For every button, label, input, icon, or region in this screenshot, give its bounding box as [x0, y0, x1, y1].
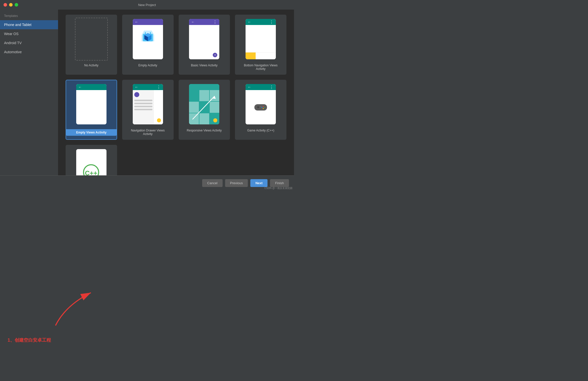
bottom-nav-preview: ← ⋮	[244, 18, 277, 61]
template-game-activity[interactable]: ← ⋮	[235, 80, 286, 140]
nav-drawer-body	[133, 90, 163, 124]
basic-views-body: +	[189, 25, 219, 59]
basic-views-preview: ← ⋮ +	[188, 18, 221, 61]
footer: Cancel Previous Next Finish	[0, 175, 294, 190]
svg-text:C++: C++	[85, 169, 97, 176]
svg-rect-2	[145, 32, 146, 35]
back-arrow-icon: ←	[135, 20, 138, 24]
empty-views-label: Empty Views Activity	[66, 129, 117, 136]
bottom-nav-item-2	[256, 52, 266, 59]
android-logo	[140, 30, 155, 45]
nav-drawer-label: Navigation Drawer Views Activity	[125, 128, 171, 137]
no-activity-preview	[75, 18, 108, 61]
native-body: C++	[76, 155, 106, 175]
svg-rect-12	[254, 104, 267, 111]
basic-views-topbar: ← ⋮	[189, 19, 219, 25]
gamepad-icon	[253, 102, 268, 112]
empty-activity-topbar: ←	[133, 19, 163, 25]
nav-drawer-fab	[157, 118, 161, 122]
back-arrow-icon: ←	[191, 20, 195, 24]
template-basic-views[interactable]: ← ⋮ + Basic Views Activity	[179, 15, 230, 75]
maximize-button[interactable]	[15, 3, 18, 7]
bottom-nav-label: Bottom Navigation Views Activity	[238, 63, 283, 72]
back-arrow-icon: ←	[248, 85, 251, 89]
drawer-item-2	[134, 103, 152, 104]
svg-rect-3	[150, 32, 151, 35]
more-options-icon: ⋮	[270, 20, 274, 24]
svg-point-16	[264, 107, 265, 108]
sidebar-item-wear-os[interactable]: Wear OS	[0, 29, 58, 38]
bottom-nav-body	[246, 25, 276, 52]
close-button[interactable]	[4, 3, 7, 7]
watermark: CSDN @一抱女友就犯困	[264, 186, 292, 190]
empty-views-body	[76, 90, 106, 124]
drawer-avatar	[134, 92, 139, 97]
sidebar-item-automotive[interactable]: Automotive	[0, 47, 58, 57]
drawer-item-4	[134, 109, 152, 110]
template-no-activity[interactable]: No Activity	[66, 15, 117, 75]
minimize-button[interactable]	[9, 3, 13, 7]
empty-views-preview: ←	[75, 83, 108, 126]
game-activity-label: Game Activity (C++)	[245, 128, 276, 133]
back-arrow-icon: ←	[78, 85, 82, 89]
native-cpp-preview: C++	[75, 148, 108, 175]
basic-views-label: Basic Views Activity	[189, 63, 220, 68]
main-content: Templates Phone and Tablet Wear OS Andro…	[0, 10, 294, 175]
drawer-panel	[133, 90, 154, 124]
svg-rect-19	[260, 106, 262, 107]
sidebar: Templates Phone and Tablet Wear OS Andro…	[0, 10, 58, 175]
empty-activity-body	[133, 25, 163, 59]
cancel-button[interactable]: Cancel	[202, 179, 222, 187]
template-responsive-views[interactable]: Responsive Views Activity	[179, 80, 230, 140]
back-arrow-icon: ←	[135, 85, 138, 89]
fab-icon: +	[213, 53, 217, 57]
drawer-item-1	[134, 100, 152, 101]
native-topbar	[76, 149, 106, 155]
svg-point-17	[261, 107, 262, 108]
template-empty-views[interactable]: ← Empty Views Activity	[66, 80, 117, 140]
responsive-body	[189, 90, 219, 124]
finish-button[interactable]: Finish	[270, 179, 289, 187]
empty-activity-label: Empty Activity	[136, 63, 159, 68]
titlebar: New Project	[0, 0, 294, 10]
svg-line-10	[193, 96, 215, 119]
template-nav-drawer[interactable]: ← ⋮	[122, 80, 174, 140]
cpp-logo-icon: C++	[83, 164, 99, 176]
empty-views-topbar: ←	[76, 84, 106, 90]
nav-drawer-preview: ← ⋮	[131, 83, 164, 126]
more-options-icon: ⋮	[270, 85, 274, 90]
bottom-nav-bar-bottom	[246, 52, 276, 59]
sidebar-item-phone-tablet[interactable]: Phone and Tablet	[0, 20, 58, 29]
back-arrow-icon: ←	[248, 20, 251, 24]
nav-drawer-topbar: ← ⋮	[133, 84, 163, 90]
content-area: No Activity ←	[58, 10, 294, 175]
game-topbar: ← ⋮	[246, 84, 276, 90]
more-options-icon: ⋮	[213, 20, 217, 24]
sidebar-item-android-tv[interactable]: Android TV	[0, 38, 58, 47]
next-button[interactable]: Next	[250, 179, 268, 187]
bottom-nav-item-3	[266, 52, 276, 59]
empty-activity-preview: ←	[131, 18, 164, 61]
responsive-views-preview	[188, 83, 221, 126]
no-activity-label: No Activity	[82, 63, 100, 68]
template-native-cpp[interactable]: C++ Native C++	[66, 145, 117, 175]
game-body	[246, 90, 276, 124]
template-grid: No Activity ←	[58, 10, 294, 175]
sidebar-section-label: Templates	[0, 12, 58, 20]
svg-point-18	[263, 108, 264, 109]
more-options-icon: ⋮	[157, 85, 161, 90]
previous-button[interactable]: Previous	[225, 179, 248, 187]
responsive-views-label: Responsive Views Activity	[185, 128, 224, 133]
bottom-nav-topbar: ← ⋮	[246, 19, 276, 25]
bottom-nav-item-1	[246, 52, 256, 59]
template-empty-activity[interactable]: ←	[122, 15, 174, 75]
responsive-topbar	[189, 84, 219, 90]
template-bottom-nav[interactable]: ← ⋮ Bottom Navigation Views A	[235, 15, 286, 75]
svg-rect-14	[257, 106, 259, 108]
window-controls	[4, 3, 18, 7]
game-activity-preview: ← ⋮	[244, 83, 277, 126]
drawer-item-3	[134, 106, 152, 107]
window-title: New Project	[138, 3, 156, 7]
svg-point-15	[263, 106, 264, 107]
